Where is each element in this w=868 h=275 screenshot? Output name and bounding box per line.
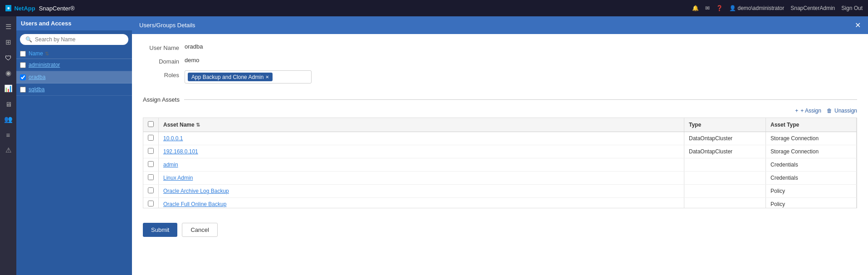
asset-name-link[interactable]: admin [163, 162, 178, 168]
role-remove-icon[interactable]: × [265, 74, 269, 80]
row-checkbox[interactable] [148, 135, 154, 141]
netapp-logo: ■ NetApp [5, 5, 35, 12]
list-item[interactable]: administrator [16, 59, 132, 71]
name-column-header[interactable]: Name ⇅ [29, 50, 128, 57]
assets-table-wrapper: Asset Name ⇅ Type Asset Type [143, 118, 857, 208]
th-asset-type: Asset Type [766, 118, 857, 132]
asset-type-cell [684, 198, 766, 209]
asset-type-value: Credentials [766, 158, 857, 172]
asset-type-value: Policy [766, 198, 857, 209]
table-row: Oracle Archive Log Backup Policy [143, 185, 857, 198]
user-checkbox-administrator[interactable] [20, 62, 26, 68]
row-checkbox[interactable] [148, 148, 154, 154]
list-item[interactable]: oradba [16, 71, 132, 83]
bell-icon[interactable]: 🔔 [692, 5, 699, 11]
user-link-sqldba[interactable]: sqldba [29, 86, 128, 93]
submit-button[interactable]: Submit [143, 223, 177, 237]
nav-left: ■ NetApp SnapCenter® [5, 5, 75, 12]
monitoring-icon[interactable]: ◉ [1, 66, 15, 80]
asset-name-link[interactable]: Linux Admin [163, 175, 193, 181]
search-box: 🔍 [20, 34, 128, 45]
mail-icon[interactable]: ✉ [705, 5, 710, 11]
table-row: 10.0.0.1 DataOntapCluster Storage Connec… [143, 132, 857, 145]
panel-title: Users and Access [21, 20, 72, 27]
assign-button[interactable]: + + Assign [795, 108, 821, 114]
search-icon: 🔍 [25, 36, 32, 43]
close-button[interactable]: ✕ [855, 21, 861, 29]
row-checkbox[interactable] [148, 201, 154, 206]
main-layout: ☰ ⊞ 🛡 ◉ 📊 🖥 👥 ≡ ⚠ Users and Access 🔍 Nam… [0, 16, 868, 275]
users-table: Name ⇅ administrator oradba sqldba [16, 49, 132, 275]
user-icon: 👤 [729, 5, 736, 11]
role-tag: App Backup and Clone Admin × [188, 73, 273, 81]
footer-actions: Submit Cancel [132, 216, 868, 244]
app-title: SnapCenter® [39, 5, 75, 12]
signout-button[interactable]: Sign Out [841, 5, 863, 11]
username-display: demo\administrator [738, 5, 785, 11]
sidebar-toggle-icon[interactable]: ☰ [1, 20, 15, 34]
asset-name-sort-icon: ⇅ [196, 122, 200, 128]
user-link-oradba[interactable]: oradba [29, 74, 128, 80]
trash-icon: 🗑 [827, 108, 832, 114]
right-panel-header: Users/Groups Details ✕ [132, 16, 868, 34]
assets-select-all[interactable] [148, 121, 154, 127]
section-title: Assign Assets [143, 96, 180, 103]
roles-label: Roles [143, 70, 179, 79]
dashboard-icon[interactable]: ⊞ [1, 35, 15, 49]
search-input[interactable] [35, 36, 123, 43]
detail-section: User Name oradba Domain demo Roles App B… [132, 34, 868, 96]
help-icon[interactable]: ❓ [716, 5, 723, 11]
user-link-administrator[interactable]: administrator [29, 62, 128, 68]
table-row: admin Credentials [143, 158, 857, 172]
table-row: 192.168.0.101 DataOntapCluster Storage C… [143, 145, 857, 158]
username-row: User Name oradba [143, 43, 857, 51]
assign-plus-icon: + [795, 108, 798, 114]
nav-right: 🔔 ✉ ❓ 👤 demo\administrator SnapCenterAdm… [692, 5, 863, 11]
asset-type-value: Policy [766, 185, 857, 198]
top-nav: ■ NetApp SnapCenter® 🔔 ✉ ❓ 👤 demo\admini… [0, 0, 868, 16]
assets-table-body: 10.0.0.1 DataOntapCluster Storage Connec… [143, 132, 857, 209]
domain-value: demo [185, 57, 200, 64]
list-item[interactable]: sqldba [16, 83, 132, 96]
user-info: 👤 demo\administrator [729, 5, 785, 11]
left-panel-header: Users and Access [16, 16, 132, 30]
snapcenter-admin-label: SnapCenterAdmin [790, 5, 835, 11]
asset-type-cell: DataOntapCluster [684, 132, 766, 145]
roles-container: App Backup and Clone Admin × [185, 70, 312, 83]
asset-name-link[interactable]: Oracle Full Online Backup [163, 201, 226, 207]
users-table-header: Name ⇅ [16, 49, 132, 59]
settings-icon[interactable]: ≡ [1, 128, 15, 142]
row-checkbox[interactable] [148, 174, 154, 180]
reports-icon[interactable]: 📊 [1, 82, 15, 95]
row-checkbox[interactable] [148, 187, 154, 193]
users-icon[interactable]: 👥 [1, 113, 15, 126]
cancel-button[interactable]: Cancel [182, 223, 217, 237]
unassign-button[interactable]: 🗑 Unassign [827, 108, 857, 114]
asset-type-value: Storage Connection [766, 132, 857, 145]
row-checkbox[interactable] [148, 161, 154, 167]
hosts-icon[interactable]: 🖥 [1, 97, 15, 111]
netapp-logo-box: ■ [5, 5, 11, 11]
domain-row: Domain demo [143, 57, 857, 65]
assets-table: Asset Name ⇅ Type Asset Type [143, 118, 857, 208]
th-asset-name[interactable]: Asset Name ⇅ [159, 118, 684, 132]
asset-type-cell [684, 185, 766, 198]
username-label: User Name [143, 43, 179, 51]
user-checkbox-oradba[interactable] [20, 74, 26, 80]
user-checkbox-sqldba[interactable] [20, 87, 26, 93]
netapp-text: NetApp [14, 5, 35, 12]
asset-name-link[interactable]: 10.0.0.1 [163, 135, 183, 142]
alerts-icon[interactable]: ⚠ [1, 143, 15, 157]
asset-type-cell [684, 158, 766, 172]
table-header-row: Asset Name ⇅ Type Asset Type [143, 118, 857, 132]
left-panel: Users and Access 🔍 Name ⇅ administrator … [16, 16, 132, 275]
domain-label: Domain [143, 57, 179, 65]
icon-sidebar: ☰ ⊞ 🛡 ◉ 📊 🖥 👥 ≡ ⚠ [0, 16, 16, 275]
roles-row: Roles App Backup and Clone Admin × [143, 70, 857, 83]
asset-type-cell [684, 172, 766, 185]
asset-name-link[interactable]: Oracle Archive Log Backup [163, 188, 229, 194]
th-checkbox [143, 118, 159, 132]
select-all-checkbox[interactable] [20, 51, 26, 57]
asset-name-link[interactable]: 192.168.0.101 [163, 148, 198, 155]
shield-icon[interactable]: 🛡 [1, 51, 15, 64]
